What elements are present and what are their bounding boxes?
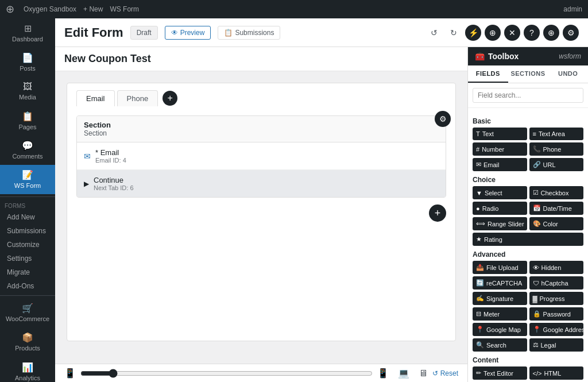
btn-url[interactable]: 🔗URL (529, 158, 584, 171)
help-icon[interactable]: ? (524, 25, 540, 41)
btn-text[interactable]: TText (473, 128, 527, 140)
sidebar-divider-1 (0, 196, 55, 197)
action-icon-3[interactable]: ✕ (504, 25, 520, 41)
admin-bar-oxygen[interactable]: Oxygen Sandbox (24, 5, 76, 13)
btn-google-map[interactable]: 📍Google Map (473, 323, 527, 336)
toolbox: 🧰 Toolbox wsform FIELDS SECTIONS UNDO Ba… (467, 47, 588, 382)
btn-color[interactable]: 🎨Color (529, 217, 584, 230)
add-section-button[interactable]: + (429, 204, 446, 222)
submissions-button[interactable]: 📋 Submissions (218, 26, 280, 40)
sidebar-label-analytics: Analytics (15, 375, 40, 382)
btn-radio[interactable]: ●Radio (473, 202, 527, 215)
sidebar-item-media[interactable]: 🖼 Media (0, 77, 55, 106)
btn-phone[interactable]: 📞Phone (529, 142, 584, 156)
btn-search[interactable]: 🔍Search (473, 338, 527, 352)
admin-bar-new[interactable]: + New (83, 5, 103, 13)
admin-bar-wsform[interactable]: WS Form (110, 5, 139, 13)
btn-checkbox[interactable]: ☑Checkbox (529, 186, 584, 199)
undo-icon[interactable]: ↺ (426, 25, 442, 41)
sidebar-item-analytics[interactable]: 📊 Analytics (0, 357, 55, 383)
btn-html[interactable]: </>HTML (529, 366, 584, 380)
rating-icon: ★ (476, 236, 482, 243)
sidebar-item-woocommerce[interactable]: 🛒 WooCommerce (0, 298, 55, 327)
btn-text-editor[interactable]: ✏Text Editor (473, 366, 527, 380)
preview-button[interactable]: 👁 Preview (165, 26, 211, 40)
wp-logo-icon: ⊕ (6, 3, 14, 16)
tab-fields[interactable]: FIELDS (468, 65, 508, 83)
btn-rating[interactable]: ★Rating (473, 233, 583, 246)
btn-email[interactable]: ✉Email (473, 158, 527, 171)
btn-signature[interactable]: ✍Signature (473, 292, 527, 305)
number-icon: # (476, 146, 479, 153)
sidebar-item-products[interactable]: 📦 Products (0, 327, 55, 357)
form-editor: New Coupon Test Email Phone + ⚙ (55, 47, 588, 382)
admin-user[interactable]: admin (563, 5, 582, 13)
redo-icon[interactable]: ↻ (446, 25, 462, 41)
form-canvas[interactable]: Email Phone + ⚙ Section Section (55, 71, 467, 364)
field-label-email: * Email (95, 148, 126, 157)
field-row-continue[interactable]: ▶ Continue Next Tab ID: 6 (77, 170, 446, 197)
continue-arrow-icon: ▶ (84, 180, 89, 188)
action-icon-2[interactable]: ⊕ (485, 25, 501, 41)
btn-recaptcha[interactable]: 🔄reCAPTCHA (473, 276, 527, 290)
sidebar-sub-add-ons[interactable]: Add-Ons (0, 279, 55, 293)
tab-undo[interactable]: UNDO (548, 65, 588, 83)
draft-button[interactable]: Draft (130, 26, 158, 40)
btn-text-area[interactable]: ≡Text Area (529, 128, 584, 140)
btn-number[interactable]: #Number (473, 142, 527, 156)
btn-password[interactable]: 🔒Password (529, 307, 584, 321)
sidebar-item-ws-form[interactable]: 📝 WS Form (0, 165, 55, 194)
wsform-icon: 📝 (22, 169, 33, 180)
section-label-basic: Basic (473, 117, 583, 125)
btn-file-upload[interactable]: 📤File Upload (473, 261, 527, 274)
form-tabs: Email Phone + (67, 83, 455, 106)
sidebar: ⊞ Dashboard 📄 Posts 🖼 Media 📋 Pages 💬 Co… (0, 18, 55, 382)
sidebar-item-pages[interactable]: 📋 Pages (0, 106, 55, 136)
sidebar-sub-add-new[interactable]: Add New (0, 210, 55, 224)
form-canvas-header: New Coupon Test (55, 47, 467, 71)
media-icon: 🖼 (23, 82, 32, 92)
sidebar-sub-customize[interactable]: Customize (0, 238, 55, 252)
field-details: * Email Email ID: 4 (95, 148, 126, 164)
settings-gear-icon[interactable]: ⚙ (563, 25, 579, 41)
share-icon[interactable]: ⊕ (543, 25, 559, 41)
btn-select[interactable]: ▼Select (473, 186, 527, 199)
add-tab-button[interactable]: + (163, 91, 177, 106)
sidebar-item-comments[interactable]: 💬 Comments (0, 136, 55, 165)
btn-progress[interactable]: ▓Progress (529, 292, 584, 305)
btn-hidden[interactable]: 👁Hidden (529, 261, 584, 274)
btn-google-address[interactable]: 📍Google Address (529, 323, 584, 336)
sidebar-item-dashboard[interactable]: ⊞ Dashboard (0, 18, 55, 48)
bottom-bar: 📱 📱 💻 🖥 ↺ Reset (55, 364, 467, 382)
page-title: Edit Form (64, 25, 123, 40)
admin-bar: ⊕ Oxygen Sandbox + New WS Form admin (0, 0, 588, 18)
zoom-reset-button[interactable]: ↺ Reset (432, 369, 458, 377)
sidebar-sub-settings[interactable]: Settings (0, 252, 55, 265)
sidebar-sub-submissions[interactable]: Submissions (0, 224, 55, 238)
legal-icon: ⚖ (533, 341, 539, 349)
sidebar-item-posts[interactable]: 📄 Posts (0, 48, 55, 77)
tab-phone[interactable]: Phone (117, 90, 158, 106)
btn-legal[interactable]: ⚖Legal (529, 338, 584, 352)
tab-sections[interactable]: SECTIONS (508, 65, 548, 83)
woocommerce-icon: 🛒 (22, 303, 33, 314)
field-row-email[interactable]: ✉ * Email Email ID: 4 (77, 142, 446, 170)
section-label-content: Content (473, 356, 583, 364)
hidden-icon: 👁 (533, 264, 539, 271)
btn-meter[interactable]: ⊟Meter (473, 307, 527, 321)
btn-datetime[interactable]: 📅Date/Time (529, 202, 584, 215)
tab-email[interactable]: Email (76, 90, 115, 106)
btn-hcaptcha[interactable]: 🛡hCaptcha (529, 276, 584, 290)
file-upload-icon: 📤 (476, 264, 484, 271)
zoom-slider[interactable] (80, 369, 373, 378)
html-icon: </> (533, 370, 542, 377)
phone-icon: 📞 (533, 145, 541, 153)
sidebar-sub-migrate[interactable]: Migrate (0, 265, 55, 279)
btn-range-slider[interactable]: ⟺Range Slider (473, 217, 527, 230)
analytics-icon: 📊 (22, 362, 33, 373)
signature-icon: ✍ (476, 295, 484, 302)
section-settings-icon[interactable]: ⚙ (435, 111, 451, 127)
toolbox-logo: wsform (559, 52, 581, 60)
field-search-input[interactable] (473, 88, 583, 103)
action-icon-1[interactable]: ⚡ (465, 25, 481, 41)
